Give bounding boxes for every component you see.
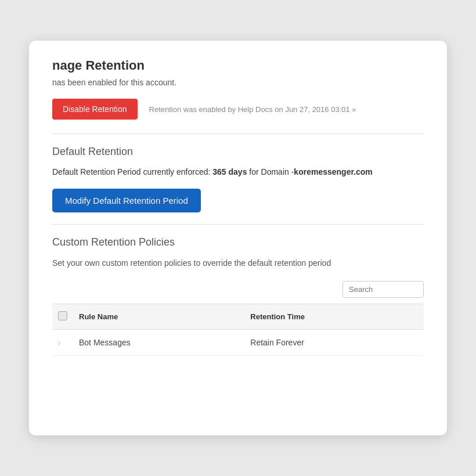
divider-2 (52, 224, 424, 225)
enabled-text: Retention was enabled by Help Docs on Ju… (149, 105, 356, 114)
row-rule-name: Bot Messages (73, 330, 244, 356)
main-card: nage Retention nas been enabled for this… (29, 41, 447, 435)
retention-time-header: Retention Time (244, 304, 424, 330)
custom-retention-description: Set your own custom retention policies t… (52, 257, 342, 269)
table-row: › Bot Messages Retain Forever (52, 330, 424, 356)
row-checkbox-cell: › (52, 330, 73, 356)
retention-info: Default Retention Period currently enfor… (52, 166, 424, 178)
default-retention-title: Default Retention (52, 146, 424, 158)
page-subtitle: nas been enabled for this account. (52, 78, 424, 87)
retention-days: 365 days (212, 167, 247, 176)
retention-domain: koremessenger.com (294, 167, 372, 176)
checkbox-header (52, 304, 73, 330)
page-title: nage Retention (52, 58, 424, 73)
header-checkbox[interactable] (58, 311, 67, 320)
row-retention-time: Retain Forever (244, 330, 424, 356)
table-header-row: Rule Name Retention Time (52, 304, 424, 330)
bottom-fade (29, 401, 447, 435)
search-row (52, 281, 424, 298)
top-actions-row: Disable Retention Retention was enabled … (52, 99, 424, 120)
search-input[interactable] (342, 281, 424, 298)
row-chevron-icon[interactable]: › (58, 339, 60, 347)
rule-name-header: Rule Name (73, 304, 244, 330)
modify-retention-button[interactable]: Modify Default Retention Period (52, 189, 201, 212)
custom-retention-title: Custom Retention Policies (52, 236, 424, 248)
disable-retention-button[interactable]: Disable Retention (52, 99, 138, 120)
divider-1 (52, 134, 424, 134)
rules-table: Rule Name Retention Time › Bot Messages … (52, 304, 424, 356)
retention-info-middle: for Domain - (249, 167, 294, 176)
retention-info-prefix: Default Retention Period currently enfor… (52, 167, 210, 176)
